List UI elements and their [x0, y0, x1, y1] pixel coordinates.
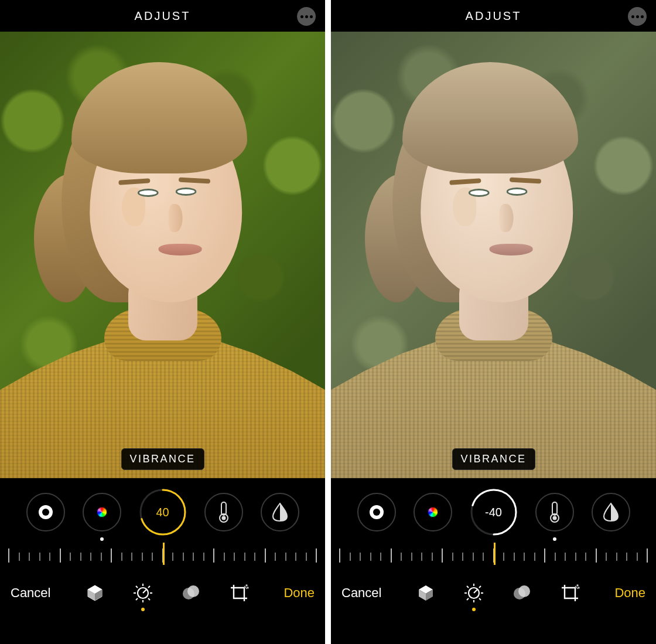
svg-point-4: [221, 516, 226, 520]
cube-icon: [86, 584, 104, 602]
cancel-button[interactable]: Cancel: [341, 585, 381, 601]
contrast-dial[interactable]: [26, 493, 65, 531]
adjust-tool[interactable]: [132, 582, 154, 604]
editor-pane-left: ADJUST VIBRANCE: [0, 0, 325, 644]
edited-indicator-dot: [553, 537, 556, 541]
bottom-toolbar: Cancel: [0, 568, 325, 618]
parameter-label: VIBRANCE: [121, 448, 204, 470]
svg-point-16: [246, 585, 247, 586]
progress-ring-icon: [139, 488, 187, 536]
filters-icon: [181, 583, 201, 603]
cancel-button[interactable]: Cancel: [11, 585, 50, 601]
svg-line-12: [148, 586, 150, 588]
edited-indicator-dot: [100, 537, 104, 541]
active-tool-dot: [141, 608, 145, 611]
svg-line-10: [136, 586, 138, 588]
done-button[interactable]: Done: [283, 585, 315, 601]
crop-icon: [560, 583, 580, 603]
svg-line-31: [467, 598, 469, 600]
saturation-dial[interactable]: [414, 493, 452, 531]
portrait-tool[interactable]: [415, 582, 437, 604]
filters-tool[interactable]: [180, 582, 202, 604]
adjustment-dial-row[interactable]: 40: [0, 478, 325, 543]
svg-line-30: [479, 586, 481, 588]
svg-point-17: [247, 587, 248, 588]
saturation-icon: [423, 502, 443, 522]
slider-indicator[interactable]: [494, 543, 496, 565]
photo-subject: [331, 55, 656, 478]
crop-tool[interactable]: [559, 582, 581, 604]
more-button[interactable]: [297, 7, 316, 26]
photo-preview[interactable]: VIBRANCE: [331, 32, 656, 478]
svg-point-15: [187, 585, 199, 597]
filters-tool[interactable]: [511, 582, 533, 604]
svg-rect-2: [221, 502, 226, 515]
vibrance-dial[interactable]: 40: [139, 488, 187, 536]
adjust-icon: [463, 582, 484, 604]
svg-line-13: [136, 598, 138, 600]
svg-rect-20: [552, 502, 557, 515]
vibrance-dial[interactable]: -40: [470, 488, 518, 536]
crop-icon: [229, 583, 249, 603]
svg-point-35: [578, 587, 579, 588]
tint-dial[interactable]: [592, 493, 630, 531]
warmth-icon: [218, 502, 230, 523]
svg-point-33: [518, 585, 530, 597]
saturation-dial[interactable]: [83, 493, 121, 531]
adjustment-dial-row[interactable]: -40: [331, 478, 656, 543]
value-slider[interactable]: [0, 543, 325, 568]
warmth-dial[interactable]: [535, 493, 574, 531]
contrast-dial[interactable]: [357, 493, 396, 531]
bottom-toolbar: Cancel: [331, 568, 656, 618]
svg-line-11: [148, 598, 150, 600]
adjust-tool[interactable]: [463, 582, 485, 604]
svg-line-28: [467, 586, 469, 588]
mode-title: ADJUST: [466, 9, 522, 23]
filters-icon: [512, 583, 532, 603]
parameter-label: VIBRANCE: [452, 448, 535, 470]
adjust-icon: [132, 582, 153, 604]
active-tool-dot: [472, 608, 476, 611]
done-button[interactable]: Done: [614, 585, 645, 601]
progress-ring-icon: [470, 488, 518, 536]
svg-line-29: [479, 598, 481, 600]
svg-point-34: [577, 585, 578, 586]
contrast-icon: [39, 505, 53, 519]
tool-tabs: [415, 582, 581, 604]
cube-icon: [416, 584, 435, 602]
ellipsis-icon: [631, 15, 644, 18]
value-slider[interactable]: [331, 543, 656, 568]
top-bar: ADJUST: [0, 0, 325, 32]
slider-indicator[interactable]: [163, 543, 165, 565]
portrait-tool[interactable]: [84, 582, 106, 604]
photo-subject: [0, 55, 325, 478]
tint-dial[interactable]: [261, 493, 299, 531]
tint-icon: [272, 503, 288, 522]
tint-icon: [603, 503, 619, 522]
more-button[interactable]: [628, 7, 647, 26]
photo-preview[interactable]: VIBRANCE: [0, 32, 325, 478]
mode-title: ADJUST: [135, 9, 191, 23]
contrast-icon: [370, 505, 384, 519]
svg-point-22: [552, 516, 556, 520]
saturation-icon: [92, 502, 112, 522]
warmth-icon: [549, 502, 561, 523]
crop-tool[interactable]: [228, 582, 250, 604]
tool-tabs: [84, 582, 250, 604]
ellipsis-icon: [300, 15, 313, 18]
warmth-dial[interactable]: [204, 493, 243, 531]
top-bar: ADJUST: [331, 0, 656, 32]
editor-pane-right: ADJUST VIBRANCE: [331, 0, 656, 644]
